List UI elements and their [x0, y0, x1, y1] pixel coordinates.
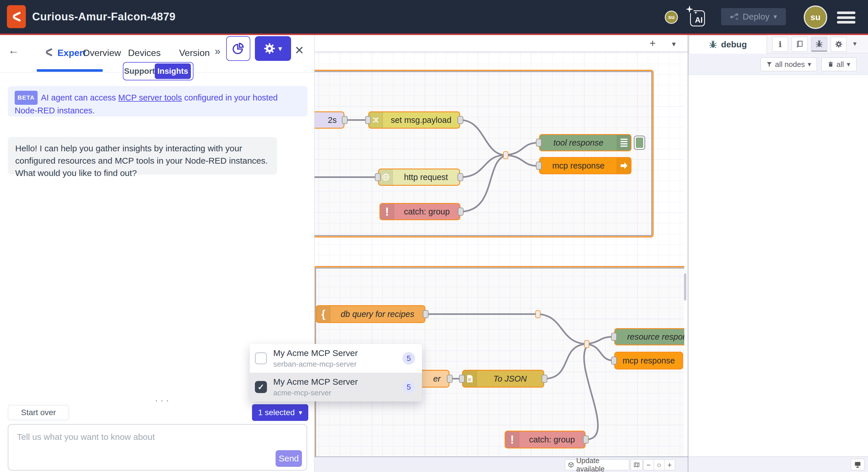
chat-input[interactable]: [8, 424, 307, 470]
active-tab-underline: [37, 69, 103, 72]
instance-title: Curious-Amur-Falcon-4879: [32, 0, 176, 34]
checkbox[interactable]: ✓: [255, 352, 267, 364]
sidebar-tab-info[interactable]: i: [772, 37, 788, 52]
add-flow-button[interactable]: +: [650, 37, 656, 49]
flow-canvas-viewport[interactable]: 2s set msg.payload tool response mcp res…: [315, 35, 684, 472]
node-mcp-response-top[interactable]: mcp response: [539, 157, 631, 174]
chevron-down-icon[interactable]: ▾: [774, 12, 777, 21]
package-icon: [568, 462, 574, 468]
input-port[interactable]: [536, 139, 541, 147]
tab-devices[interactable]: Devices: [128, 48, 161, 58]
output-port[interactable]: [423, 310, 429, 318]
send-button[interactable]: Send: [276, 450, 302, 467]
tab-overview[interactable]: Overview: [83, 48, 121, 58]
deploy-button[interactable]: Deploy ▾: [721, 8, 786, 25]
zoom-controls: − ○ +: [644, 460, 675, 470]
input-port[interactable]: [459, 375, 465, 383]
exclamation-icon: !: [380, 204, 394, 219]
flow-canvas[interactable]: 2s set msg.payload tool response mcp res…: [315, 35, 684, 472]
chevron-down-icon: ▾: [278, 44, 282, 53]
editor-ribbon: [0, 34, 868, 35]
node-catch-group-bottom[interactable]: ! catch: group: [505, 431, 586, 448]
wire[interactable]: [584, 347, 598, 440]
mode-insights-button[interactable]: Insights: [155, 63, 191, 79]
zoom-out-button[interactable]: −: [643, 460, 654, 470]
wire-junction[interactable]: [584, 340, 589, 348]
server-selection-button[interactable]: 1 selected ▾: [252, 404, 308, 421]
dropdown-item[interactable]: ✓ My Acme MCP Server serban-acme-mcp-ser…: [250, 344, 422, 373]
canvas-scrollbar[interactable]: [684, 273, 686, 301]
wire[interactable]: [506, 143, 539, 155]
wire[interactable]: [538, 314, 587, 344]
sidebar-menu-chevron-icon[interactable]: ▾: [853, 40, 857, 48]
wire[interactable]: [460, 156, 506, 212]
output-port[interactable]: [447, 375, 453, 383]
tab-overflow-button[interactable]: »: [215, 46, 220, 57]
open-in-window-button[interactable]: [851, 459, 865, 470]
bug-icon: [815, 40, 823, 48]
avatar-small[interactable]: su: [665, 11, 678, 24]
tab-version[interactable]: Version: [179, 48, 210, 58]
input-port[interactable]: [375, 173, 381, 181]
wire[interactable]: [460, 155, 506, 177]
node-json-to-json[interactable]: To JSON: [462, 370, 544, 388]
wire-junction[interactable]: [535, 311, 540, 318]
debug-clear-button[interactable]: all ▾: [822, 57, 857, 71]
input-port[interactable]: [611, 333, 617, 341]
back-button[interactable]: ←: [8, 44, 19, 57]
flow-list-chevron-icon[interactable]: ▾: [672, 40, 676, 49]
wire[interactable]: [460, 120, 506, 155]
mode-toggle: Support Insights: [123, 62, 193, 80]
node-template-db-query[interactable]: { db query for recipes: [316, 305, 425, 323]
node-debug-resource-response[interactable]: resource response: [614, 328, 684, 345]
node-inject-2s[interactable]: 2s: [315, 111, 344, 129]
resize-handle[interactable]: ···: [146, 394, 180, 406]
wire[interactable]: [506, 155, 539, 166]
minimap-toggle-button[interactable]: [631, 460, 643, 470]
close-panel-button[interactable]: ✕: [294, 43, 304, 57]
wire[interactable]: [544, 344, 587, 379]
input-port[interactable]: [611, 357, 617, 365]
ai-assistant-button[interactable]: AI: [687, 7, 705, 26]
flowfuse-logo[interactable]: [7, 5, 26, 28]
output-port[interactable]: [583, 436, 589, 444]
input-port[interactable]: [536, 161, 541, 170]
node-change-set-msg-payload[interactable]: set msg.payload: [368, 111, 460, 129]
update-available-button[interactable]: Update available: [565, 460, 629, 470]
check-icon: ✓: [257, 382, 264, 392]
output-port[interactable]: [458, 208, 464, 216]
node-debug-tool-response[interactable]: tool response: [539, 134, 631, 151]
wire[interactable]: [587, 344, 614, 361]
wire-junction[interactable]: [503, 151, 508, 159]
wire[interactable]: [587, 337, 614, 344]
server-subtitle: serban-acme-mcp-server: [273, 360, 396, 368]
input-port[interactable]: [365, 116, 371, 124]
zoom-reset-button[interactable]: ○: [654, 460, 664, 470]
node-http-request[interactable]: http request: [378, 169, 460, 186]
tab-expert[interactable]: Expert: [57, 48, 86, 58]
debug-filter-button[interactable]: all nodes ▾: [761, 57, 817, 71]
sidebar-tab-debug-messages[interactable]: [811, 37, 827, 52]
node-mcp-response-bottom[interactable]: mcp response: [614, 352, 683, 370]
output-port[interactable]: [342, 116, 348, 124]
tab-debug[interactable]: debug: [689, 35, 767, 54]
globe-icon: [379, 169, 393, 185]
zoom-in-button[interactable]: +: [664, 460, 675, 470]
mcp-server-tools-link[interactable]: MCP server tools: [118, 93, 182, 102]
output-port[interactable]: [541, 375, 547, 383]
mode-support-button[interactable]: Support: [124, 63, 155, 79]
main-menu-button[interactable]: [837, 11, 856, 24]
template-brace-icon: {: [317, 306, 330, 322]
sidebar-tab-config[interactable]: [831, 37, 847, 52]
assistant-settings-button[interactable]: ▾: [255, 36, 291, 61]
user-avatar[interactable]: su: [804, 5, 827, 29]
dropdown-item[interactable]: ✓ My Acme MCP Server acme-mcp-server 5: [250, 373, 422, 402]
insights-chart-button[interactable]: [226, 36, 250, 61]
sidebar-tab-help[interactable]: [792, 37, 808, 52]
debug-enable-toggle[interactable]: [634, 136, 645, 150]
start-over-button[interactable]: Start over: [8, 405, 69, 420]
node-catch-group-top[interactable]: ! catch: group: [379, 203, 460, 220]
output-port[interactable]: [458, 116, 463, 124]
checkbox[interactable]: ✓: [255, 381, 267, 393]
output-port[interactable]: [458, 173, 463, 181]
